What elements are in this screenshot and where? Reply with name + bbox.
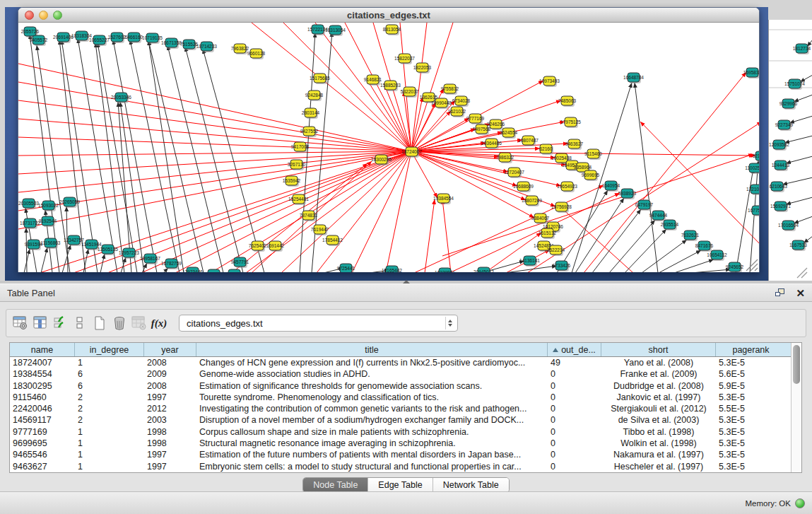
network-node[interactable]: 18300295 — [371, 155, 392, 165]
close-panel-icon[interactable]: ✕ — [796, 288, 805, 298]
network-node[interactable]: 9115460 — [584, 149, 602, 160]
network-node[interactable]: 16339861 — [435, 268, 455, 272]
tab-node-table[interactable]: Node Table — [303, 478, 368, 492]
network-node[interactable]: 8471676 — [695, 241, 714, 252]
network-node[interactable]: 17016504 — [778, 221, 799, 231]
network-node[interactable]: 16671358 — [161, 38, 182, 49]
network-node[interactable]: 9146821 — [364, 75, 382, 86]
network-node[interactable]: 7986322 — [496, 153, 514, 163]
network-node[interactable]: 18807249 — [522, 196, 542, 206]
network-node[interactable]: 19654923 — [557, 182, 577, 192]
network-node[interactable]: 6479197 — [635, 200, 654, 211]
network-node[interactable]: 20265059 — [59, 197, 80, 208]
network-node[interactable]: 9777169 — [466, 114, 485, 124]
network-node[interactable]: 1691442 — [266, 241, 285, 252]
network-node[interactable]: 17975125 — [560, 117, 581, 128]
network-node[interactable]: 7625402 — [249, 241, 267, 252]
network-node[interactable]: 10973493 — [539, 76, 560, 87]
column-header-pagerank[interactable]: pagerank — [716, 343, 786, 356]
network-node[interactable]: 62160 — [539, 144, 553, 155]
column-header-short[interactable]: short — [601, 343, 716, 356]
table-row[interactable]: 946362711997Embryonic stem cells: a mode… — [10, 461, 791, 472]
network-node[interactable]: 9474444 — [649, 211, 668, 221]
network-node[interactable]: 7485063 — [558, 96, 577, 107]
network-node[interactable]: 6466160 — [125, 33, 143, 43]
table-row[interactable]: 977716911998Corpus callosum shape and si… — [10, 426, 791, 438]
table-selector-dropdown[interactable]: citations_edges.txt — [179, 315, 458, 332]
network-node[interactable]: 1615132 — [539, 228, 557, 239]
network-node[interactable]: 9427552 — [300, 127, 319, 137]
table-row[interactable]: 946554611997Estimation of the future num… — [10, 449, 791, 460]
network-node[interactable]: 10688609 — [513, 182, 534, 192]
network-node[interactable]: 10719135 — [142, 33, 163, 44]
table-row[interactable]: 911546021997Tourette syndrome. Phenomeno… — [10, 392, 791, 403]
network-node[interactable]: 9329966 — [779, 99, 798, 110]
create-column-icon[interactable] — [90, 313, 110, 334]
table-scrollbar-thumb[interactable] — [793, 345, 800, 384]
network-node[interactable]: 15751074 — [784, 79, 805, 90]
network-node[interactable]: 17165442 — [382, 266, 402, 272]
network-node[interactable]: 15093022 — [38, 201, 59, 211]
table-row[interactable]: 1938455462009Genome-wide association stu… — [10, 368, 791, 380]
network-node[interactable]: 15885203 — [380, 81, 401, 91]
network-node[interactable]: 9245652 — [726, 262, 744, 272]
network-node[interactable]: 9660128 — [247, 49, 266, 59]
network-node[interactable]: 9417008 — [291, 142, 310, 153]
network-node[interactable]: 15274883 — [204, 269, 224, 272]
network-node[interactable]: 3267130 — [288, 160, 306, 170]
network-window-titlebar[interactable]: citations_edges.txt — [18, 8, 759, 23]
table-row[interactable]: 1456911722003Disruption of a novel membe… — [10, 414, 791, 426]
show-column-icon[interactable] — [30, 313, 50, 334]
function-builder-icon[interactable]: f(x) — [149, 313, 169, 334]
network-node[interactable]: 2803144 — [302, 108, 320, 119]
table-row[interactable]: 1830029562008Estimation of significance … — [10, 380, 791, 392]
network-node[interactable]: 2522214 — [547, 245, 565, 256]
network-node[interactable]: 1733426 — [553, 261, 571, 271]
network-node[interactable]: 1535942 — [283, 176, 301, 187]
network-node[interactable]: 6734028 — [452, 96, 471, 107]
column-header-title[interactable]: title — [196, 343, 548, 356]
network-node[interactable]: 11002543 — [745, 163, 759, 174]
network-node[interactable]: 1812734 — [793, 44, 811, 54]
network-node[interactable]: 13505135 — [98, 245, 118, 255]
network-node[interactable]: 19756928 — [551, 202, 572, 213]
network-node[interactable]: 7632621 — [681, 230, 700, 241]
network-node[interactable]: 9242848 — [305, 90, 324, 101]
table-mode-icon[interactable] — [11, 313, 30, 334]
float-window-icon[interactable] — [775, 288, 786, 298]
network-node[interactable]: 9755812 — [441, 84, 459, 95]
network-node[interactable]: 18731722 — [20, 218, 40, 229]
tab-network-table[interactable]: Network Table — [433, 478, 509, 492]
network-node[interactable]: 15822037 — [394, 54, 415, 64]
network-node[interactable]: 1167533 — [789, 240, 807, 251]
network-node[interactable]: 3624554 — [500, 128, 518, 139]
network-node[interactable]: 9405572 — [30, 35, 48, 46]
network-node[interactable]: 1621022 — [448, 107, 466, 117]
deselect-all-icon[interactable] — [70, 313, 90, 334]
network-node[interactable]: 10655227 — [89, 35, 110, 46]
network-node[interactable]: 11156863 — [41, 238, 61, 249]
network-node[interactable]: 16210643 — [769, 182, 787, 192]
network-node[interactable]: 1244413 — [772, 160, 790, 171]
network-node[interactable]: 9481164 — [225, 269, 243, 272]
network-node[interactable]: 18714233 — [196, 42, 217, 52]
network-node[interactable]: 14136141 — [519, 256, 540, 267]
network-node[interactable]: 10807487 — [518, 136, 539, 146]
network-node[interactable]: 17957223 — [119, 248, 139, 259]
network-node[interactable]: 9192544 — [39, 216, 57, 227]
select-all-icon[interactable] — [50, 313, 70, 334]
network-node[interactable]: 17854412 — [322, 235, 343, 246]
network-node[interactable]: 20691406 — [53, 33, 73, 43]
network-node[interactable]: 9457791 — [231, 257, 249, 268]
network-node[interactable]: 7515526 — [180, 40, 199, 50]
table-row[interactable]: 969969511998Structural magnetic resonanc… — [10, 438, 791, 449]
network-node[interactable]: 2935514 — [661, 220, 679, 230]
network-node[interactable]: 7874831 — [300, 211, 318, 221]
network-node[interactable]: 8813054 — [383, 25, 401, 35]
network-node[interactable]: 7963822 — [231, 44, 249, 54]
network-node[interactable]: 9384067 — [531, 214, 550, 224]
network-node[interactable]: 12093582 — [769, 140, 789, 151]
network-node[interactable]: 8215953 — [753, 151, 759, 162]
table-row[interactable]: 1872400712008Changes of HCN gene express… — [10, 357, 791, 368]
table-scrollbar[interactable] — [791, 343, 801, 472]
